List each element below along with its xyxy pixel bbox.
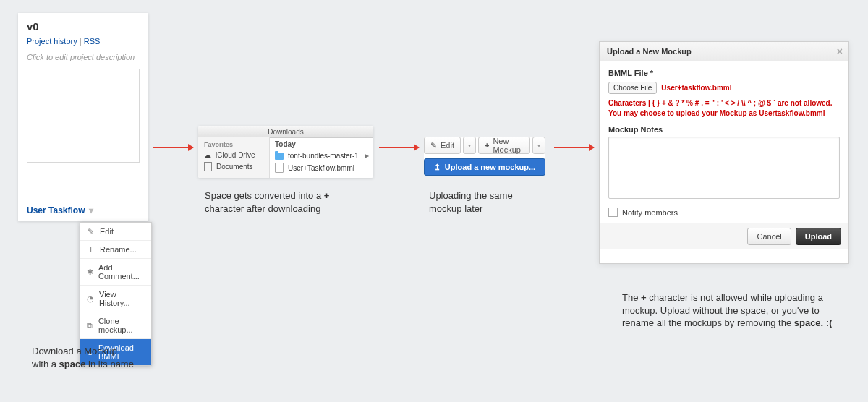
chevron-down-icon: ▾ bbox=[89, 205, 93, 215]
flow-arrow-3 bbox=[554, 147, 594, 148]
clock-icon: ◔ bbox=[87, 295, 94, 303]
project-description[interactable]: Click to edit project description bbox=[18, 50, 148, 69]
upload-button[interactable]: Upload bbox=[796, 228, 841, 245]
notify-members-row[interactable]: Notify members bbox=[608, 208, 840, 217]
project-title: v0 bbox=[18, 13, 148, 37]
mockup-title-dropdown[interactable]: User Taskflow ▾ bbox=[27, 205, 140, 215]
project-rss-link[interactable]: RSS bbox=[84, 37, 101, 46]
mockup-title-label: User Taskflow bbox=[27, 205, 85, 215]
caption-step3: Uploading the same mockup later bbox=[429, 189, 545, 215]
caption-step4: The + character is not allowed while upl… bbox=[622, 291, 839, 330]
menu-edit[interactable]: ✎Edit bbox=[80, 223, 151, 241]
pencil-icon: ✎ bbox=[430, 141, 437, 150]
project-history-link[interactable]: Project history bbox=[27, 37, 77, 46]
upload-new-mockup-button[interactable]: ↥ Upload a new mockup... bbox=[424, 158, 545, 176]
validation-error: Characters | { } + & ? * % # , = " : ' <… bbox=[608, 98, 840, 118]
text-icon: T bbox=[87, 246, 95, 254]
mockup-notes-textarea[interactable] bbox=[608, 137, 840, 199]
cancel-button[interactable]: Cancel bbox=[747, 228, 791, 245]
mockup-notes-label: Mockup Notes bbox=[608, 125, 840, 134]
choose-file-button[interactable]: Choose File bbox=[608, 82, 657, 94]
finder-sidebar: Favorites ☁ iCloud Drive Documents bbox=[198, 137, 270, 178]
sidebar-item-documents[interactable]: Documents bbox=[198, 161, 269, 173]
menu-add-comment[interactable]: ✱Add Comment... bbox=[80, 259, 151, 286]
new-mockup-caret-button[interactable]: ▾ bbox=[532, 137, 545, 154]
pencil-icon: ✎ bbox=[87, 228, 95, 236]
menu-clone[interactable]: ⧉Clone mockup... bbox=[80, 312, 151, 339]
project-links: Project history | RSS bbox=[18, 37, 148, 50]
cloud-icon: ☁ bbox=[204, 151, 211, 159]
clone-icon: ⧉ bbox=[87, 322, 93, 330]
caret-down-icon: ▾ bbox=[468, 142, 471, 149]
finder-window: Downloads Favorites ☁ iCloud Drive Docum… bbox=[198, 126, 373, 178]
sidebar-item-icloud[interactable]: ☁ iCloud Drive bbox=[198, 150, 269, 161]
menu-rename[interactable]: TRename... bbox=[80, 241, 151, 259]
chosen-filename: User+taskflow.bmml bbox=[661, 84, 731, 92]
edit-button[interactable]: ✎ Edit bbox=[424, 137, 461, 154]
sidebar-header: Favorites bbox=[198, 137, 269, 150]
close-icon[interactable]: × bbox=[837, 46, 843, 57]
mockup-thumbnail[interactable] bbox=[27, 69, 140, 163]
upload-icon: ↥ bbox=[434, 163, 441, 172]
file-row-folder[interactable]: font-bundles-master-1 ▶ bbox=[269, 150, 373, 161]
document-icon bbox=[204, 162, 212, 171]
dialog-title: Upload a New Mockup × bbox=[600, 42, 848, 61]
flow-arrow-1 bbox=[153, 147, 193, 148]
project-panel: v0 Project history | RSS Click to edit p… bbox=[18, 13, 148, 221]
file-icon bbox=[275, 163, 284, 173]
caption-step2: Space gets converted into a + character … bbox=[205, 189, 371, 215]
mockup-toolbar: ✎ Edit ▾ + New Mockup ▾ ↥ Upload a new m… bbox=[424, 137, 545, 174]
edit-caret-button[interactable]: ▾ bbox=[463, 137, 476, 154]
caption-step1: Download a Mockup with a space in its na… bbox=[32, 345, 169, 370]
bmml-file-label: BMML File * bbox=[608, 69, 840, 77]
new-mockup-button[interactable]: + New Mockup bbox=[478, 137, 530, 154]
menu-view-history[interactable]: ◔View History... bbox=[80, 286, 151, 312]
comment-icon: ✱ bbox=[87, 268, 93, 276]
notify-checkbox[interactable] bbox=[608, 208, 618, 217]
folder-icon bbox=[275, 153, 284, 160]
expand-arrow-icon: ▶ bbox=[365, 153, 369, 159]
notify-label: Notify members bbox=[622, 208, 678, 217]
finder-title: Downloads bbox=[198, 126, 373, 138]
upload-mockup-dialog: Upload a New Mockup × BMML File * Choose… bbox=[599, 41, 849, 264]
date-group-header: Today bbox=[269, 137, 373, 150]
finder-main: Today font-bundles-master-1 ▶ User+Taskf… bbox=[269, 137, 373, 178]
file-row-bmml[interactable]: User+Taskflow.bmml bbox=[269, 161, 373, 174]
flow-arrow-2 bbox=[379, 147, 419, 148]
plus-icon: + bbox=[485, 141, 489, 150]
caret-down-icon: ▾ bbox=[537, 142, 540, 149]
